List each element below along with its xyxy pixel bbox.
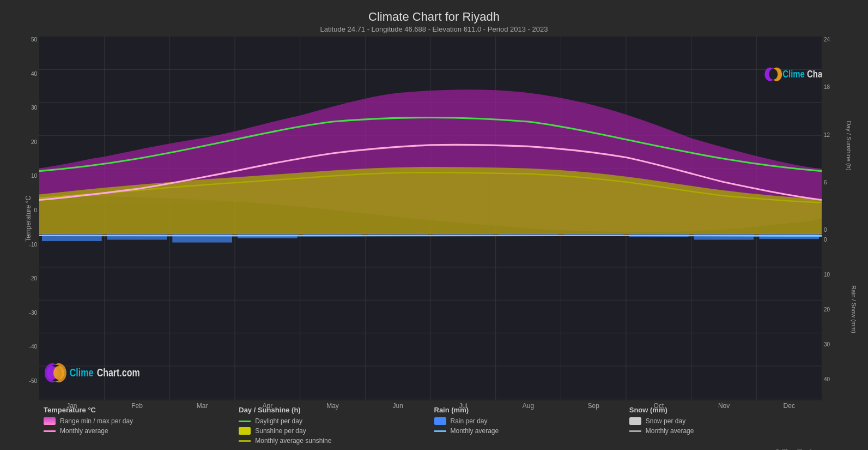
svg-rect-31 [368,234,428,235]
legend-col-snow: Snow (mm) Snow per day Monthly average ©… [629,406,824,445]
legend-daylight-label: Daylight per day [255,417,302,425]
y-right-bottom-ticks: 0 10 20 30 40 [824,237,830,382]
legend-temp-title: Temperature °C [44,406,239,414]
svg-rect-36 [694,234,754,239]
svg-rect-32 [433,234,493,235]
legend-temp-range-swatch [44,417,56,425]
svg-rect-27 [107,234,167,239]
subtitle: Latitude 24.71 - Longitude 46.688 - Elev… [11,25,857,33]
copyright: © ClimeChart.com [775,448,824,450]
svg-text:Chart.com: Chart.com [97,367,140,379]
legend-rain-avg-label: Monthly average [451,427,499,435]
legend-sunshine-label: Sunshine per day [255,427,306,435]
legend-snow-label: Snow per day [646,417,685,425]
legend-rain-day: Rain per day [434,417,629,425]
y-right-top-ticks: 24 18 12 6 0 [824,37,830,233]
y-right-bottom-label: Rain / Snow (mm) [851,285,857,333]
svg-text:Clime: Clime [70,367,93,379]
chart-svg: Clime Chart.com Clime Chart.com [39,37,822,400]
y-right-top-label: Day / Sunshine (h) [845,121,852,171]
legend-rain-swatch [434,417,446,425]
legend-col-rain: Rain (mm) Rain per day Monthly average [434,406,629,445]
main-title: Climate Chart for Riyadh [11,10,857,24]
legend-snow-swatch [629,417,641,425]
svg-point-48 [769,69,778,80]
legend-sunshine-avg: Monthly average sunshine [239,437,434,445]
legend-daylight: Daylight per day [239,417,434,425]
legend-snow-avg: Monthly average [629,427,824,435]
svg-text:Chart.com: Chart.com [807,69,822,80]
legend-sunshine-avg-label: Monthly average sunshine [255,437,331,445]
legend-temp-range: Range min / max per day [44,417,239,425]
legend-rain-avg-line [434,430,446,432]
legend-daylight-line [239,421,251,422]
legend-temp-avg-label: Monthly average [60,427,108,435]
legend-rain-label: Rain per day [451,417,488,425]
legend-temp-range-label: Range min / max per day [60,417,133,425]
legend-sunshine-day: Sunshine per day [239,427,434,435]
legend-sunshine-title: Day / Sunshine (h) [239,406,434,414]
legend-temp-avg: Monthly average [44,427,239,435]
legend-section: Temperature °C Range min / max per day M… [11,400,857,445]
title-section: Climate Chart for Riyadh Latitude 24.71 … [11,5,857,35]
legend-snow-avg-line [629,430,641,432]
svg-text:Clime: Clime [782,69,805,80]
legend-rain-title: Rain (mm) [434,406,629,414]
legend-temp-avg-line [44,430,56,432]
svg-point-43 [53,366,64,380]
legend-snow-title: Snow (mm) [629,406,824,414]
page-wrapper: Climate Chart for Riyadh Latitude 24.71 … [0,0,868,450]
legend-sunshine-avg-line [239,440,251,442]
legend-snow-day: Snow per day [629,417,824,425]
legend-col-temperature: Temperature °C Range min / max per day M… [44,406,239,445]
legend-rain-avg: Monthly average [434,427,629,435]
legend-col-sunshine: Day / Sunshine (h) Daylight per day Suns… [239,406,434,445]
legend-sunshine-swatch [239,427,251,435]
legend-snow-avg-label: Monthly average [646,427,694,435]
y-left-ticks: 50 40 30 20 10 0 -10 -20 -30 -40 -50 [29,37,37,384]
